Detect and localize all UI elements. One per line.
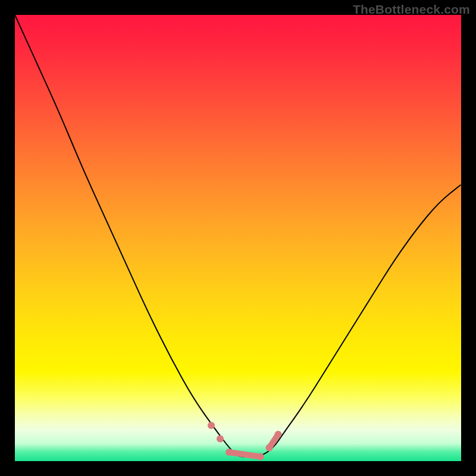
- valley-dot: [275, 431, 282, 438]
- valley-accent-group: [208, 422, 282, 461]
- bottleneck-curve: [15, 15, 461, 457]
- valley-dot: [226, 449, 233, 456]
- curve-svg: [15, 15, 461, 461]
- valley-dot: [257, 453, 264, 461]
- plot-area: [15, 15, 461, 461]
- chart-frame: TheBottleneck.com: [0, 0, 476, 476]
- valley-dot: [266, 444, 273, 452]
- valley-flat-segment: [229, 452, 261, 457]
- valley-dot: [208, 422, 215, 429]
- valley-dot: [217, 436, 224, 443]
